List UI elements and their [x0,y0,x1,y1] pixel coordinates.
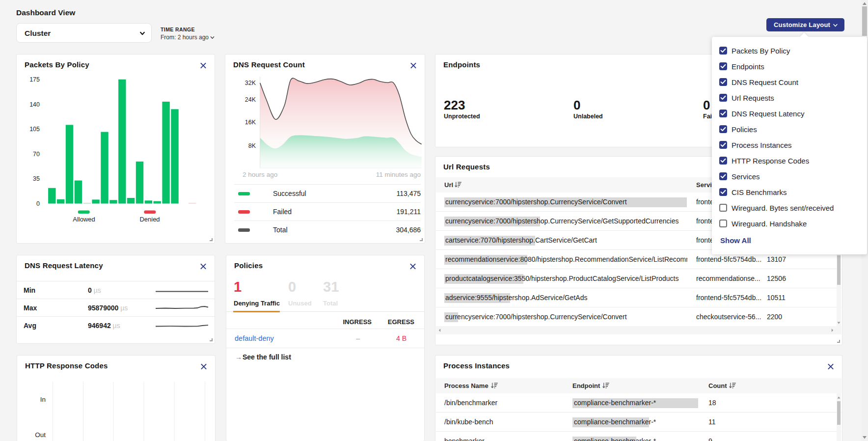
svg-text:140: 140 [29,101,40,108]
svg-text:In: In [40,396,46,403]
svg-text:Allowed: Allowed [73,216,95,223]
svg-text:Out: Out [35,431,46,439]
svg-text:175: 175 [29,76,40,83]
svg-text:16K: 16K [245,119,256,126]
svg-text:24K: 24K [245,96,256,103]
svg-text:0: 0 [36,200,40,207]
svg-text:8K: 8K [248,142,256,149]
svg-text:105: 105 [29,126,40,133]
svg-text:Denied: Denied [139,216,160,223]
svg-text:35: 35 [33,175,40,182]
svg-text:32K: 32K [245,80,256,86]
svg-text:70: 70 [33,151,40,158]
